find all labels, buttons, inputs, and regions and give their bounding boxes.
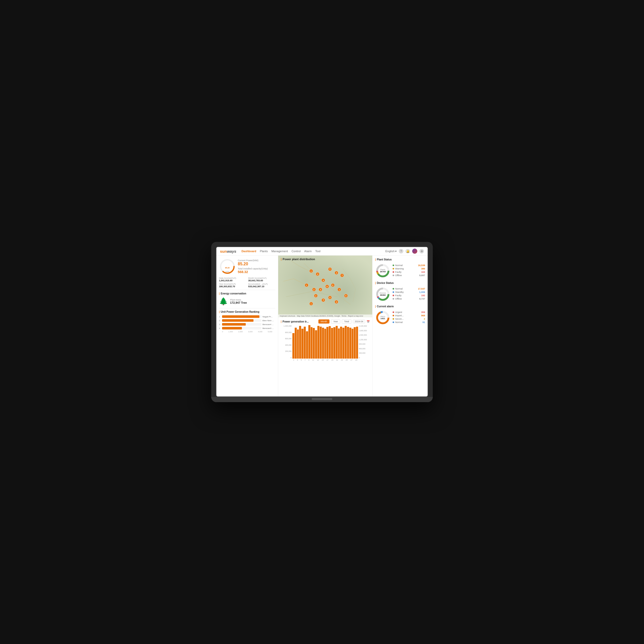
map-dot[interactable]: 3 <box>321 298 325 302</box>
map-dot[interactable]: 1 <box>305 283 308 287</box>
help-icon[interactable]: ? <box>399 249 403 253</box>
map-dot[interactable]: 6 <box>325 285 329 288</box>
current-power-label: Current Power(MW) <box>238 259 275 262</box>
green-dot <box>393 265 394 266</box>
rank-name: Berezan3 ... <box>262 327 275 329</box>
calendar-icon[interactable]: 📅 <box>367 320 370 323</box>
alarm-status-list: Urgent 359 Import... 968 Secon... 3 <box>393 311 425 324</box>
gauge-svg: 85.20 0.02% <box>219 258 236 275</box>
rank-bar <box>222 315 259 318</box>
device-standby: Standby 1,006 <box>393 291 425 293</box>
rank-bar-wrap <box>222 319 261 322</box>
device-faulty-value: 192 <box>421 294 425 297</box>
map-dot[interactable]: 3 <box>319 288 322 291</box>
language-selector[interactable]: English ▾ <box>385 250 397 253</box>
map-dot[interactable]: 4 <box>321 278 325 282</box>
plant-normal-value: 16,539 <box>418 264 425 267</box>
chart-bar <box>315 330 317 359</box>
alarm-import-value: 968 <box>421 314 425 317</box>
navbar: sunways Dashboard Plants Management Cont… <box>216 247 428 256</box>
rank-name: Nagali Pr... <box>262 316 275 318</box>
rank-number: 1 <box>219 316 221 318</box>
map-dot[interactable]: 2 <box>331 283 335 287</box>
chart-btn-total[interactable]: Total <box>342 319 351 324</box>
language-label: English <box>385 250 395 253</box>
energy-section: 🌲 Plant trees 172,947 Tree <box>219 297 275 306</box>
total-capacity-label: Total installed capacity(GWp) <box>238 267 275 270</box>
chart-date[interactable]: 2024-04 <box>353 320 365 323</box>
nav-alarm[interactable]: Alarm <box>304 250 312 253</box>
device-standby-value: 1,006 <box>419 291 425 293</box>
chart-bar <box>311 327 313 359</box>
plant-donut-value: 26765 <box>380 270 386 273</box>
chart-header: Power generation tr... Month Year Total … <box>281 319 370 324</box>
chart-bar <box>322 328 324 359</box>
laptop-base <box>211 397 433 402</box>
map-dot[interactable]: 3 <box>328 267 332 271</box>
svg-text:85.20: 85.20 <box>225 267 230 269</box>
chart-y-right: 2,100,000 1,800,000 1,500,000 1,200,000 … <box>358 325 370 359</box>
chart-btn-year[interactable]: Year <box>331 319 340 324</box>
chart-bar <box>333 327 335 359</box>
svg-text:0.02%: 0.02% <box>225 271 229 272</box>
map-controls: Keyboard shortcuts Map Data ©2024 GeoBas… <box>280 315 363 317</box>
chart-btn-month[interactable]: Month <box>318 319 329 324</box>
nav-management[interactable]: Management <box>271 250 288 253</box>
map-dot[interactable]: 1 <box>309 269 313 273</box>
device-normal-value: 17,547 <box>418 287 425 290</box>
chart-bar <box>329 326 331 359</box>
normal-dot <box>393 321 394 323</box>
device-status-title: Device Status <box>375 282 425 284</box>
map-dot[interactable]: 2 <box>316 272 319 276</box>
nav-dashboard[interactable]: Dashboard <box>241 250 256 253</box>
chart-bar <box>345 326 347 359</box>
nav-plants[interactable]: Plants <box>260 250 268 253</box>
chevron-down-icon: ▾ <box>395 250 397 253</box>
map-dot[interactable]: 2 <box>312 288 316 291</box>
chart-bar <box>331 328 333 359</box>
chart-bar <box>352 329 354 359</box>
bell-icon[interactable]: 🔔 <box>405 249 410 253</box>
income-grid: Daily Income(CLF) 1,041,915.60 Month Inc… <box>219 277 275 288</box>
chart-bar <box>297 329 299 359</box>
plant-donut-title: Plants <box>380 269 386 270</box>
alarm-title: Current alarm <box>375 305 425 308</box>
alarm-urgent-value: 359 <box>421 311 425 313</box>
map-dot[interactable]: 2 <box>314 294 318 298</box>
map-dot[interactable]: 5 <box>344 294 348 298</box>
chart-bar <box>299 326 301 359</box>
device-status-card: Device Status <box>375 282 425 302</box>
plant-status-list: Normal 16,539 Warning 386 Faulty 163 <box>393 264 425 277</box>
alarm-second: Secon... 3 <box>393 318 425 320</box>
blue-dot <box>393 291 394 293</box>
ranking-list: 1 Nagali Pr... 2 Đien Ninh ... 3 Berezan… <box>219 315 275 329</box>
rank-number: 2 <box>219 319 221 322</box>
center-panel: Power plant distribution <box>278 256 372 396</box>
device-donut-row: Devices 28482 Normal 17,547 St <box>375 286 425 302</box>
nav-control[interactable]: Control <box>292 250 301 253</box>
gray-dot2 <box>393 298 394 300</box>
device-donut-title: Devices <box>380 292 386 294</box>
plant-status-title: Plant Status <box>375 258 425 261</box>
chart-bar <box>306 331 308 359</box>
app-container: sunways Dashboard Plants Management Cont… <box>216 247 428 396</box>
settings-icon[interactable]: ⚙ <box>419 249 424 253</box>
map-background: 123214632124312512 <box>278 256 372 317</box>
map-dot[interactable]: 1 <box>309 302 313 306</box>
yellow-dot <box>393 268 394 269</box>
plant-donut-row: Plants 26765 Normal 16,539 War <box>375 263 425 278</box>
map-dot[interactable]: 1 <box>337 288 341 291</box>
device-normal: Normal 17,547 <box>393 287 425 290</box>
map-dot[interactable]: 2 <box>335 271 338 275</box>
accum-income-value: 533,042,387.10 <box>248 285 276 288</box>
map-dot[interactable]: 2 <box>335 300 338 304</box>
map-dot[interactable]: 1 <box>340 274 344 277</box>
nav-tool[interactable]: Tool <box>315 250 320 253</box>
avatar[interactable] <box>412 249 417 254</box>
map-section: Power plant distribution <box>278 256 372 317</box>
map-dot[interactable]: 4 <box>328 296 332 299</box>
map-bottom-bar: Keyboard shortcuts Map Data ©2024 GeoBas… <box>278 315 372 317</box>
plant-status-card: Plant Status <box>375 258 425 278</box>
plant-trees-value: 172,947 Tree <box>230 301 247 304</box>
alarm-normal-value: 91 <box>422 321 425 324</box>
